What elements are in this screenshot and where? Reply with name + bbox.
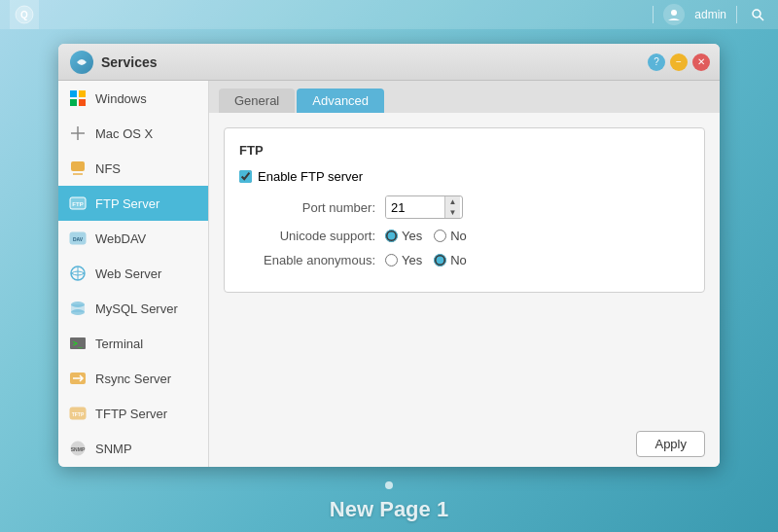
anon-yes-radio[interactable]: [385, 254, 398, 266]
close-button[interactable]: ✕: [692, 53, 710, 71]
unicode-label: Unicode support:: [239, 229, 375, 243]
sidebar-item-tftp[interactable]: TFTP TFTP Server: [58, 396, 208, 431]
svg-text:>_: >_: [73, 339, 83, 348]
window-logo: [70, 51, 93, 74]
window-body: Windows Mac OS X NFS: [58, 81, 720, 467]
webserver-icon: [68, 264, 88, 283]
title-bar: Services ? − ✕: [58, 44, 720, 81]
port-spinners: ▲ ▼: [444, 196, 460, 218]
enable-ftp-row: Enable FTP server: [239, 169, 690, 184]
sidebar-label-webdav: WebDAV: [95, 231, 146, 246]
unicode-no-radio[interactable]: [434, 230, 446, 242]
ftp-icon: FTP: [68, 194, 88, 213]
top-bar: Q admin: [0, 0, 778, 29]
anon-no-radio[interactable]: [434, 254, 446, 266]
webdav-icon: DAV: [68, 229, 88, 248]
ftp-section: FTP Enable FTP server Port number: ▲: [224, 127, 705, 293]
svg-rect-6: [79, 90, 86, 97]
rsync-icon: [68, 369, 88, 388]
port-input-wrap: ▲ ▼: [385, 195, 463, 219]
svg-text:DAV: DAV: [73, 236, 84, 242]
sidebar-item-windows[interactable]: Windows: [58, 81, 208, 116]
page-title: New Page 1: [330, 497, 448, 522]
port-up-button[interactable]: ▲: [445, 196, 460, 207]
sidebar-item-ftp[interactable]: FTP FTP Server: [58, 186, 208, 221]
unicode-row: Unicode support: Yes No: [239, 229, 690, 243]
minimize-button[interactable]: −: [670, 53, 688, 71]
tftp-icon: TFTP: [68, 404, 88, 423]
nfs-icon: [68, 159, 88, 178]
anon-no-label: No: [450, 253, 467, 267]
tab-bar: General Advanced: [209, 81, 720, 113]
svg-point-21: [71, 309, 85, 315]
snmp-icon: SNMP: [68, 439, 88, 458]
anon-no-option[interactable]: No: [434, 253, 467, 267]
help-button[interactable]: ?: [648, 53, 665, 71]
sidebar-item-webserver[interactable]: Web Server: [58, 256, 208, 291]
search-icon[interactable]: [747, 4, 768, 25]
sidebar-item-macos[interactable]: Mac OS X: [58, 116, 208, 151]
svg-text:Q: Q: [20, 10, 28, 20]
sidebar: Windows Mac OS X NFS: [58, 81, 209, 467]
sidebar-label-ftp: FTP Server: [95, 196, 159, 211]
unicode-radio-group: Yes No: [385, 229, 467, 243]
unicode-yes-label: Yes: [402, 229, 422, 243]
sidebar-item-terminal[interactable]: >_ Terminal: [58, 326, 208, 361]
port-down-button[interactable]: ▼: [445, 207, 460, 218]
anon-yes-label: Yes: [402, 253, 422, 267]
anon-label: Enable anonymous:: [239, 253, 375, 267]
svg-line-4: [760, 17, 763, 20]
user-icon[interactable]: [663, 4, 685, 25]
tab-advanced[interactable]: Advanced: [297, 89, 384, 113]
unicode-no-option[interactable]: No: [434, 229, 467, 243]
sidebar-item-webdav[interactable]: DAV WebDAV: [58, 221, 208, 256]
username-label: admin: [694, 8, 726, 21]
sidebar-item-snmp[interactable]: SNMP SNMP: [58, 431, 208, 466]
anon-yes-option[interactable]: Yes: [385, 253, 422, 267]
sidebar-item-mysql[interactable]: MySQL Server: [58, 291, 208, 326]
sidebar-label-terminal: Terminal: [95, 337, 143, 351]
svg-rect-7: [70, 99, 77, 106]
terminal-icon: >_: [68, 334, 88, 353]
enable-ftp-checkbox[interactable]: [239, 170, 252, 183]
port-label: Port number:: [239, 200, 375, 215]
windows-icon: [68, 89, 88, 108]
apply-row: Apply: [209, 421, 720, 467]
unicode-no-label: No: [450, 229, 467, 243]
apply-button[interactable]: Apply: [636, 431, 705, 457]
divider2: [736, 6, 737, 23]
unicode-yes-radio[interactable]: [385, 230, 398, 242]
sidebar-label-mysql: MySQL Server: [95, 301, 178, 316]
tab-general[interactable]: General: [219, 89, 295, 113]
mysql-icon: [68, 299, 88, 318]
sidebar-item-rsync[interactable]: Rsync Server: [58, 361, 208, 396]
svg-point-2: [671, 10, 677, 16]
sidebar-label-tftp: TFTP Server: [95, 407, 167, 421]
sidebar-label-webserver: Web Server: [95, 266, 161, 281]
svg-point-3: [753, 10, 760, 18]
anon-row: Enable anonymous: Yes No: [239, 253, 690, 267]
sidebar-label-rsync: Rsync Server: [95, 372, 171, 386]
divider: [653, 6, 654, 23]
port-input[interactable]: [386, 196, 444, 218]
svg-rect-12: [73, 173, 83, 175]
window-controls: ? − ✕: [648, 53, 710, 71]
bottom-dot: [385, 481, 393, 489]
main-window: Services ? − ✕ Windows: [58, 44, 720, 467]
ftp-section-title: FTP: [239, 143, 690, 158]
sidebar-label-macos: Mac OS X: [95, 126, 153, 141]
svg-text:TFTP: TFTP: [72, 411, 85, 417]
enable-ftp-label: Enable FTP server: [258, 169, 363, 184]
app-icon: Q: [10, 0, 39, 29]
sidebar-item-nfs[interactable]: NFS: [58, 151, 208, 186]
content-panel: FTP Enable FTP server Port number: ▲: [209, 113, 720, 421]
sidebar-label-windows: Windows: [95, 91, 147, 106]
content-area: General Advanced FTP Enable FTP server: [209, 81, 720, 467]
svg-text:FTP: FTP: [72, 201, 83, 207]
window-title: Services: [101, 54, 158, 70]
unicode-yes-option[interactable]: Yes: [385, 229, 422, 243]
svg-rect-8: [79, 99, 86, 106]
sidebar-label-nfs: NFS: [95, 161, 121, 176]
svg-rect-11: [71, 161, 85, 171]
svg-text:SNMP: SNMP: [71, 446, 86, 452]
